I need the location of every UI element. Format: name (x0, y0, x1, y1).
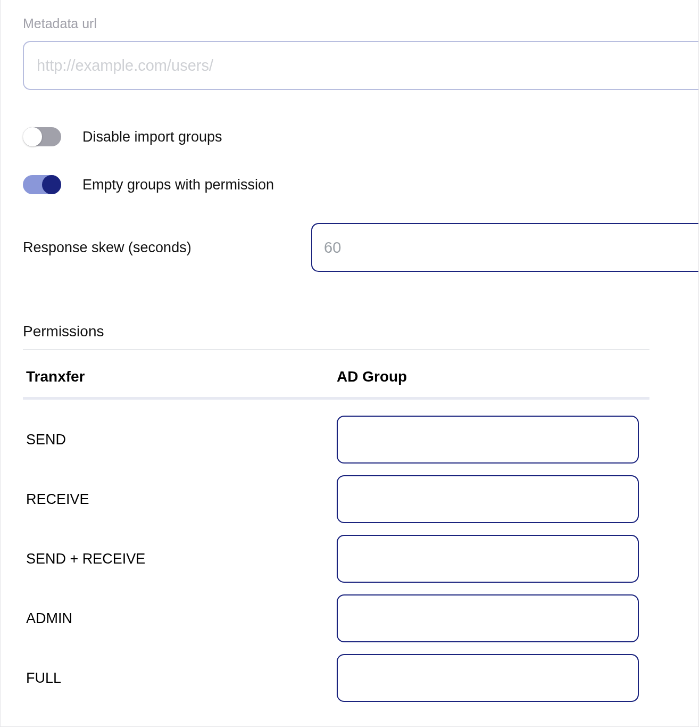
toggle-knob-icon (23, 127, 42, 146)
permissions-header: Tranxfer AD Group (23, 361, 649, 400)
permissions-header-tranxfer: Tranxfer (23, 368, 337, 385)
permission-name: SEND + RECEIVE (23, 551, 337, 567)
table-row: ADMIN (23, 594, 649, 642)
toggle-knob-icon (42, 175, 61, 194)
permissions-body: SEND RECEIVE SEND + RECEIVE ADMIN FULL (23, 400, 649, 702)
table-row: SEND + RECEIVE (23, 535, 649, 583)
permission-name: FULL (23, 670, 337, 686)
ad-group-input-admin[interactable] (337, 594, 639, 642)
ad-group-input-send[interactable] (337, 416, 639, 464)
table-row: SEND (23, 416, 649, 464)
response-skew-label: Response skew (seconds) (23, 239, 311, 256)
toggles-block: Disable import groups Empty groups with … (23, 127, 698, 194)
ad-group-input-send-receive[interactable] (337, 535, 639, 583)
empty-groups-permission-toggle[interactable] (23, 175, 61, 194)
settings-panel: Metadata url Disable import groups Empty… (0, 0, 699, 727)
ad-group-input-receive[interactable] (337, 475, 639, 523)
response-skew-input[interactable] (311, 223, 698, 272)
permission-name: SEND (23, 432, 337, 448)
permissions-table: Tranxfer AD Group SEND RECEIVE SEND + RE… (23, 361, 649, 702)
disable-import-groups-toggle[interactable] (23, 127, 61, 146)
empty-groups-permission-row: Empty groups with permission (23, 175, 698, 194)
table-row: RECEIVE (23, 475, 649, 523)
response-skew-row: Response skew (seconds) (23, 223, 698, 272)
table-row: FULL (23, 654, 649, 702)
permission-name: ADMIN (23, 610, 337, 627)
ad-group-input-full[interactable] (337, 654, 639, 702)
metadata-url-input[interactable] (23, 41, 698, 90)
permissions-title: Permissions (23, 323, 649, 350)
permissions-header-adgroup: AD Group (337, 368, 649, 385)
metadata-url-label: Metadata url (23, 16, 698, 31)
empty-groups-permission-label: Empty groups with permission (82, 177, 274, 193)
disable-import-groups-row: Disable import groups (23, 127, 698, 146)
disable-import-groups-label: Disable import groups (82, 129, 222, 145)
permission-name: RECEIVE (23, 491, 337, 508)
